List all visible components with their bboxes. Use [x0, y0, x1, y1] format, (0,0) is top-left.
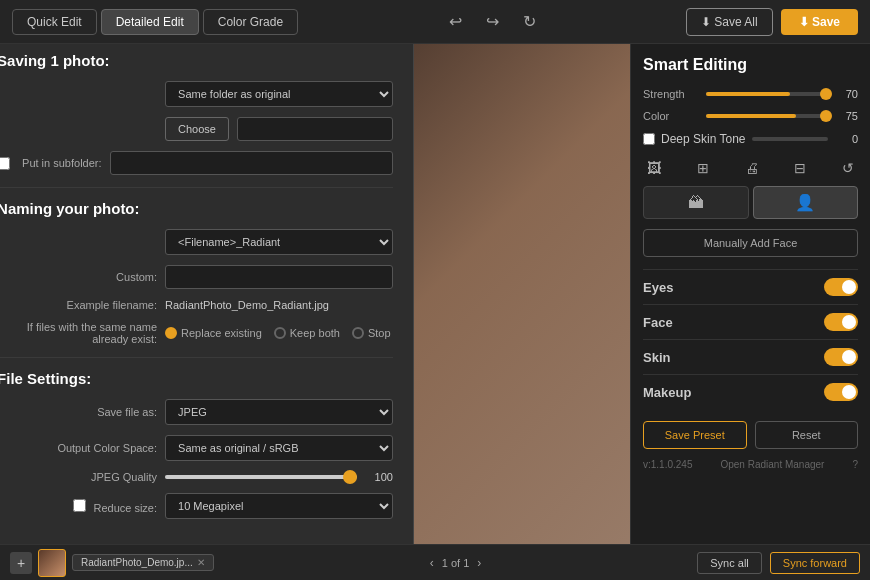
makeup-toggle[interactable]: [824, 383, 858, 401]
color-label: Color: [643, 110, 698, 122]
tab-detailed-edit[interactable]: Detailed Edit: [101, 9, 199, 35]
deep-skin-row: Deep Skin Tone 0: [643, 132, 858, 146]
subfolder-checkbox[interactable]: [0, 157, 10, 170]
eyes-toggle[interactable]: [824, 278, 858, 296]
help-icon[interactable]: ?: [852, 459, 858, 470]
color-space-label: Output Color Space:: [0, 442, 157, 454]
reduce-checkbox[interactable]: [73, 499, 86, 512]
radio-replace-dot: [165, 327, 177, 339]
compare-icon[interactable]: ⊟: [790, 158, 810, 178]
conflict-label: If files with the same name already exis…: [0, 321, 157, 345]
face-toggle[interactable]: [824, 313, 858, 331]
sync-all-button[interactable]: Sync all: [697, 552, 762, 574]
save-as-label: Save file as:: [0, 406, 157, 418]
folder-row: Same folder as original: [0, 81, 393, 107]
version-text: v:1.1.0.245: [643, 459, 692, 470]
strength-thumb[interactable]: [820, 88, 832, 100]
example-filename: RadiantPhoto_Demo_Radiant.jpg: [165, 299, 393, 311]
radio-stop-dot: [352, 327, 364, 339]
folder-select[interactable]: Same folder as original: [165, 81, 393, 107]
conflict-replace[interactable]: Replace existing: [165, 327, 262, 339]
deep-skin-value: 0: [834, 133, 858, 145]
radio-keep-dot: [274, 327, 286, 339]
add-face-button[interactable]: Manually Add Face: [643, 229, 858, 257]
redo-button[interactable]: ↻: [519, 8, 540, 35]
save-as-select[interactable]: JPEG: [165, 399, 393, 425]
strength-value: 70: [834, 88, 858, 100]
sync-forward-button[interactable]: Sync forward: [770, 552, 860, 574]
refresh-icon[interactable]: ↺: [838, 158, 858, 178]
divider-2: [0, 357, 393, 358]
deep-skin-slider[interactable]: [752, 137, 828, 141]
reduce-label: Reduce size:: [93, 502, 157, 514]
folder-path-input[interactable]: [237, 117, 393, 141]
reset-button[interactable]: Reset: [755, 421, 859, 449]
makeup-section: Makeup: [643, 374, 858, 409]
custom-name-input[interactable]: [165, 265, 393, 289]
conflict-stop[interactable]: Stop: [352, 327, 391, 339]
nav-prev-button[interactable]: ‹: [430, 556, 434, 570]
makeup-label: Makeup: [643, 385, 691, 400]
photo-icon[interactable]: 🖼: [643, 158, 665, 178]
eyes-label: Eyes: [643, 280, 673, 295]
print-icon[interactable]: 🖨: [741, 158, 763, 178]
toolbar-tabs: Quick Edit Detailed Edit Color Grade: [12, 9, 298, 35]
open-manager-link[interactable]: Open Radiant Manager: [720, 459, 824, 470]
skin-toggle[interactable]: [824, 348, 858, 366]
photo-thumbnail[interactable]: [38, 549, 66, 577]
save-all-icon: ⬇: [701, 15, 711, 29]
save-preset-button[interactable]: Save Preset: [643, 421, 747, 449]
quality-row: JPEG Quality 100: [0, 471, 393, 483]
bottom-right: Sync all Sync forward: [697, 552, 860, 574]
nav-next-button[interactable]: ›: [477, 556, 481, 570]
example-row: Example filename: RadiantPhoto_Demo_Radi…: [0, 299, 393, 311]
color-space-select[interactable]: Same as original / sRGB: [165, 435, 393, 461]
modal-overlay: Save files ✕ Saving 1 photo: Same folder…: [0, 88, 390, 508]
bottom-center: ‹ 1 of 1 ›: [430, 556, 482, 570]
color-thumb[interactable]: [820, 110, 832, 122]
toolbar-history-controls: ↩ ↪ ↻: [445, 8, 540, 35]
save-all-button[interactable]: ⬇ Save All: [686, 8, 773, 36]
add-photo-button[interactable]: +: [10, 552, 32, 574]
deep-skin-checkbox[interactable]: [643, 133, 655, 145]
tab-color-grade[interactable]: Color Grade: [203, 9, 298, 35]
eyes-section: Eyes: [643, 269, 858, 304]
choose-button[interactable]: Choose: [165, 117, 229, 141]
quality-thumb[interactable]: [343, 470, 357, 484]
strength-row: Strength 70: [643, 88, 858, 100]
strength-slider[interactable]: [706, 92, 826, 96]
face-tab-person[interactable]: 👤: [753, 186, 859, 219]
quality-slider[interactable]: [165, 475, 357, 479]
color-slider[interactable]: [706, 114, 826, 118]
save-button[interactable]: ⬇ Save: [781, 9, 858, 35]
tag-close-icon[interactable]: ✕: [197, 557, 205, 568]
version-bar: v:1.1.0.245 Open Radiant Manager ?: [643, 459, 858, 470]
conflict-keep[interactable]: Keep both: [274, 327, 340, 339]
top-toolbar: Quick Edit Detailed Edit Color Grade ↩ ↪…: [0, 0, 870, 44]
naming-section-title: Naming your photo:: [0, 200, 393, 217]
color-value: 75: [834, 110, 858, 122]
saving-section-title: Saving 1 photo:: [0, 52, 393, 69]
naming-select[interactable]: <Filename>_Radiant: [165, 229, 393, 255]
toolbar-save-area: ⬇ Save All ⬇ Save: [686, 8, 858, 36]
color-space-row: Output Color Space: Same as original / s…: [0, 435, 393, 461]
layers-icon[interactable]: ⊞: [693, 158, 713, 178]
choose-row: Choose: [0, 117, 393, 141]
quality-label: JPEG Quality: [0, 471, 157, 483]
page-info: 1 of 1: [442, 557, 470, 569]
filename-text: RadiantPhoto_Demo.jp...: [81, 557, 193, 568]
filename-tag: RadiantPhoto_Demo.jp... ✕: [72, 554, 214, 571]
panel-title: Smart Editing: [643, 56, 858, 74]
subfolder-row: Put in subfolder:: [0, 151, 393, 175]
redo-forward-button[interactable]: ↪: [482, 8, 503, 35]
subfolder-input[interactable]: [110, 151, 393, 175]
save-files-dialog: Save files ✕ Saving 1 photo: Same folder…: [0, 44, 414, 544]
divider-1: [0, 187, 393, 188]
reduce-select[interactable]: 10 Megapixel: [165, 493, 393, 519]
strength-label: Strength: [643, 88, 698, 100]
undo-button[interactable]: ↩: [445, 8, 466, 35]
panel-bottom-actions: Save Preset Reset: [643, 421, 858, 449]
tab-quick-edit[interactable]: Quick Edit: [12, 9, 97, 35]
face-tab-image[interactable]: 🏔: [643, 186, 749, 219]
face-label: Face: [643, 315, 673, 330]
